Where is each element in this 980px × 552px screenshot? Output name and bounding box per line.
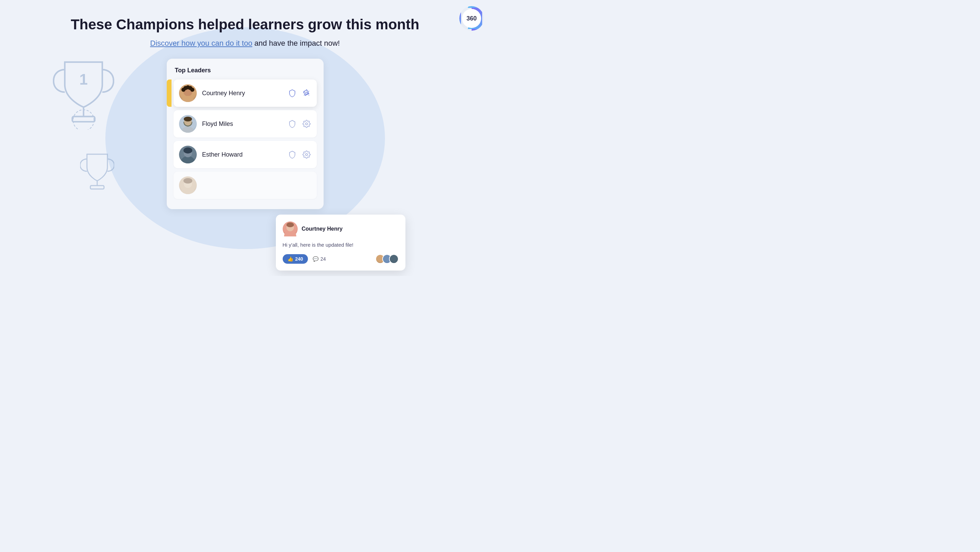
gear-icon-1 [302, 88, 311, 98]
subtitle-link[interactable]: Discover how you can do it too [150, 39, 252, 48]
gear-icon-2 [302, 119, 311, 129]
like-button[interactable]: 👍 240 [283, 254, 308, 264]
avatar-floyd-miles [179, 115, 197, 133]
chat-avatar [283, 222, 298, 236]
svg-point-23 [305, 153, 307, 156]
leaders-title: Top Leaders [173, 67, 317, 74]
leader-name-1: Courtney Henry [202, 90, 288, 97]
svg-point-18 [184, 116, 192, 121]
leader-row-1: Courtney Henry [173, 80, 317, 107]
svg-point-22 [183, 147, 192, 153]
leader-icons-3 [288, 150, 311, 160]
page-subtitle: Discover how you can do it too and have … [150, 39, 340, 48]
comment-count: 24 [321, 256, 326, 262]
gear-icon-3 [302, 150, 311, 160]
svg-point-14 [305, 92, 307, 94]
avatar-row-4 [179, 176, 197, 194]
svg-point-16 [182, 126, 194, 133]
shield-icon-1 [288, 88, 297, 98]
page-title: These Champions helped learners grow thi… [71, 16, 419, 33]
reaction-avatar-group [378, 254, 399, 264]
comment-button[interactable]: 💬 24 [313, 256, 326, 262]
chat-sender-name: Courtney Henry [302, 226, 343, 232]
leader-name-3: Esther Howard [202, 151, 288, 158]
avatar-courtney-henry [179, 84, 197, 102]
chat-header: Courtney Henry [283, 222, 399, 236]
svg-point-29 [286, 222, 294, 227]
svg-point-13 [190, 88, 194, 92]
like-count: 240 [295, 256, 303, 262]
leader-row-4 [173, 172, 317, 199]
chat-footer: 👍 240 💬 24 [283, 254, 399, 264]
leaders-wrap: Top Leaders Courtney [167, 59, 324, 209]
shield-icon-2 [288, 119, 297, 129]
leader-row-2: Floyd Miles [173, 110, 317, 137]
main-content: These Champions helped learners grow thi… [0, 0, 490, 209]
thumbs-up-icon: 👍 [288, 256, 293, 262]
leaders-card: Top Leaders Courtney [167, 59, 324, 209]
svg-point-8 [182, 96, 194, 102]
subtitle-post: and have the impact now! [255, 39, 340, 48]
comment-icon: 💬 [313, 256, 318, 262]
shield-icon-3 [288, 150, 297, 160]
svg-point-19 [305, 123, 307, 125]
leader-row-3: Esther Howard [173, 141, 317, 168]
avatar-esther-howard [179, 146, 197, 163]
chat-card: Courtney Henry Hi y'all, here is the upd… [276, 215, 406, 271]
leader-icons-1 [288, 88, 311, 98]
badge-360: 360 [459, 6, 484, 31]
leader-icons-2 [288, 119, 311, 129]
badge-360-value: 360 [466, 15, 477, 22]
mini-avatar-3 [389, 254, 399, 264]
chat-message-text: Hi y'all, here is the updated file! [283, 241, 399, 249]
svg-point-26 [183, 178, 192, 183]
leader-name-2: Floyd Miles [202, 120, 288, 128]
